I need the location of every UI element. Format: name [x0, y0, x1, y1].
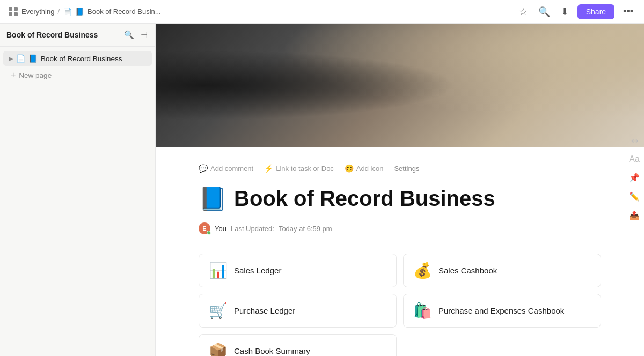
add-icon-btn[interactable]: 😊 Add icon — [345, 164, 384, 173]
sidebar-chevron-icon: ▶ — [9, 55, 13, 62]
share-export-icon[interactable]: 📤 — [629, 210, 640, 220]
topbar-actions: ☆ 🔍 ⬇ Share ••• — [517, 4, 635, 20]
page-title-row: 📘 Book of Record Business — [199, 186, 601, 212]
page-title: Book of Record Business — [234, 187, 495, 211]
expand-icon[interactable]: ⇔ — [631, 136, 638, 146]
purchase-ledger-label: Purchase Ledger — [234, 306, 295, 315]
purchase-expenses-icon: 🛍️ — [413, 302, 432, 320]
edit-icon[interactable]: ✏️ — [629, 191, 640, 202]
more-options-icon-btn[interactable]: ••• — [621, 4, 635, 19]
emoji-icon: 😊 — [345, 164, 354, 173]
doc-item-purchase-ledger[interactable]: 🛒 Purchase Ledger — [199, 294, 397, 328]
topbar: Everything / 📄 📘 Book of Record Busin...… — [0, 0, 644, 24]
page-emoji: 📘 — [199, 186, 226, 212]
online-indicator — [207, 231, 211, 235]
last-updated-timestamp: Today at 6:59 pm — [279, 225, 332, 233]
search-icon-btn[interactable]: 🔍 — [536, 4, 552, 20]
settings-btn[interactable]: Settings — [394, 165, 419, 173]
link-icon: ⚡ — [264, 164, 273, 173]
link-to-task-btn[interactable]: ⚡ Link to task or Doc — [264, 164, 334, 173]
cash-book-label: Cash Book Summary — [234, 346, 310, 355]
cover-image — [156, 24, 644, 147]
new-page-button[interactable]: + New page — [3, 67, 152, 83]
link-to-task-label: Link to task or Doc — [276, 165, 334, 173]
add-comment-btn[interactable]: 💬 Add comment — [199, 164, 253, 173]
purchase-ledger-icon: 🛒 — [209, 302, 228, 320]
doc-grid: 📊 Sales Ledger 💰 Sales Cashbook 🛒 Purcha… — [199, 254, 601, 356]
doc-item-sales-ledger[interactable]: 📊 Sales Ledger — [199, 254, 397, 287]
comment-icon: 💬 — [199, 164, 208, 173]
add-comment-label: Add comment — [210, 165, 253, 173]
purchase-expenses-label: Purchase and Expenses Cashbook — [438, 306, 564, 315]
content-area: 💬 Add comment ⚡ Link to task or Doc 😊 Ad… — [156, 147, 644, 356]
doc-item-purchase-expenses-cashbook[interactable]: 🛍️ Purchase and Expenses Cashbook — [403, 294, 601, 328]
sidebar-header: Book of Record Business 🔍 ⊣ — [0, 24, 155, 47]
new-page-label: New page — [19, 71, 52, 79]
breadcrumb-separator: / — [57, 8, 60, 16]
sales-ledger-icon: 📊 — [209, 262, 228, 279]
breadcrumb-doc-icon: 📄 — [63, 8, 72, 16]
breadcrumb-home[interactable]: Everything — [21, 8, 54, 16]
sidebar-item-emoji2: 📘 — [28, 54, 38, 63]
sidebar: Book of Record Business 🔍 ⊣ ▶ 📄 📘 Book o… — [0, 24, 156, 356]
sidebar-collapse-btn[interactable]: ⊣ — [140, 29, 149, 41]
share-button[interactable]: Share — [577, 4, 614, 19]
sales-cashbook-icon: 💰 — [413, 262, 432, 279]
sidebar-item-label: Book of Record Business — [41, 55, 122, 63]
breadcrumb-emoji-icon: 📘 — [75, 8, 84, 16]
main-content: 💬 Add comment ⚡ Link to task or Doc 😊 Ad… — [156, 24, 644, 356]
meta-row: E You Last Updated: Today at 6:59 pm — [199, 222, 601, 234]
user-avatar: E — [199, 222, 210, 234]
last-updated-label: Last Updated: — [231, 225, 274, 233]
cover-image-visual — [156, 24, 644, 147]
doc-item-cash-book-summary[interactable]: 📦 Cash Book Summary — [199, 334, 397, 356]
user-name: You — [215, 225, 226, 233]
sales-ledger-label: Sales Ledger — [234, 266, 281, 275]
sidebar-item-book-of-record[interactable]: ▶ 📄 📘 Book of Record Business — [3, 51, 152, 66]
breadcrumb-doc-title[interactable]: Book of Record Busin... — [87, 8, 161, 16]
sidebar-title: Book of Record Business — [6, 31, 98, 39]
cash-book-icon: 📦 — [209, 342, 228, 356]
font-size-icon[interactable]: Aa — [629, 154, 640, 164]
right-toolbar: ⇔ Aa 📌 ✏️ 📤 — [629, 136, 640, 220]
sidebar-header-icons: 🔍 ⊣ — [123, 29, 149, 41]
sales-cashbook-label: Sales Cashbook — [438, 266, 497, 275]
pin-icon[interactable]: 📌 — [629, 173, 640, 183]
doc-toolbar: 💬 Add comment ⚡ Link to task or Doc 😊 Ad… — [199, 164, 601, 173]
plus-icon: + — [11, 70, 16, 80]
doc-item-sales-cashbook[interactable]: 💰 Sales Cashbook — [403, 254, 601, 287]
sidebar-item-emoji: 📄 — [16, 54, 25, 63]
sidebar-search-btn[interactable]: 🔍 — [123, 29, 135, 41]
layout: Book of Record Business 🔍 ⊣ ▶ 📄 📘 Book o… — [0, 24, 644, 356]
download-icon-btn[interactable]: ⬇ — [559, 4, 571, 20]
app-grid-icon — [9, 7, 18, 17]
bookmark-icon-btn[interactable]: ☆ — [517, 4, 530, 20]
add-icon-label: Add icon — [356, 165, 384, 173]
breadcrumb: Everything / 📄 📘 Book of Record Busin... — [9, 7, 161, 17]
